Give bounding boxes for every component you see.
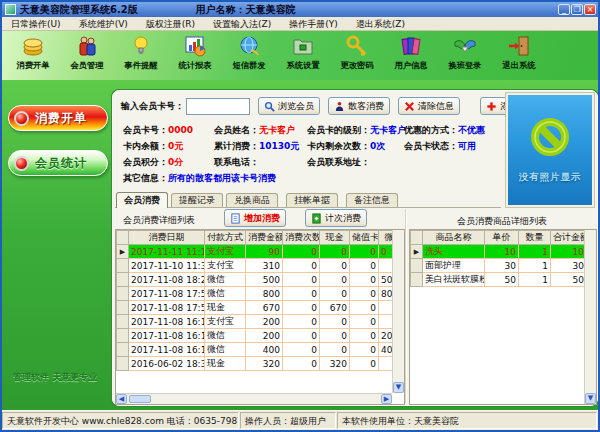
sidebar-consume-billing-button[interactable]: 消费开单 — [8, 105, 108, 131]
row-selector[interactable] — [117, 287, 129, 301]
toolbar-user-info[interactable]: 用户信息 — [384, 34, 438, 72]
menu-item-exit[interactable]: 退出系统(Z) — [347, 17, 414, 30]
row-selector[interactable] — [411, 273, 423, 287]
table-cell[interactable]: 微信 — [205, 343, 246, 357]
table-cell[interactable]: 现金 — [205, 301, 246, 315]
table-cell[interactable]: 0 — [320, 245, 350, 259]
row-selector[interactable] — [117, 343, 129, 357]
row-selector[interactable] — [117, 329, 129, 343]
table-cell[interactable]: 0 — [283, 287, 320, 301]
table-cell[interactable]: 洗头 — [423, 245, 485, 259]
table-row[interactable]: 2017-11-08 16:14:12微信400000400 — [117, 343, 393, 357]
toolbar-change-password[interactable]: 更改密码 — [330, 34, 384, 72]
table-cell[interactable]: 400 — [379, 343, 393, 357]
scroll-thumb[interactable] — [129, 395, 151, 403]
table-cell[interactable]: 0 — [350, 273, 379, 287]
table-cell[interactable]: 2017-11-08 18:20:15 — [129, 273, 205, 287]
table-cell[interactable]: 50 — [551, 273, 585, 287]
table-cell[interactable]: 30 — [485, 259, 519, 273]
table-cell[interactable]: 0 — [350, 329, 379, 343]
table-cell[interactable]: 2016-06-02 18:30:58 — [129, 357, 205, 371]
column-header[interactable]: 消费金额 — [246, 231, 283, 245]
table-cell[interactable]: 0 — [320, 273, 350, 287]
table-row[interactable]: 2017-11-08 18:20:15微信500000500 — [117, 273, 393, 287]
row-selector[interactable] — [117, 315, 129, 329]
row-selector[interactable] — [411, 259, 423, 273]
column-header[interactable]: 储值卡 — [350, 231, 379, 245]
table-cell[interactable]: 2017-11-08 16:14:24 — [129, 329, 205, 343]
table-cell[interactable]: 500 — [379, 273, 393, 287]
table-row[interactable]: 2016-06-02 18:30:58现金32003200 — [117, 357, 393, 371]
table-row[interactable]: 2017-11-10 11:35:54支付宝310000 — [117, 259, 393, 273]
count-consume-button[interactable]: 计次消费 — [305, 209, 367, 227]
sidebar-member-stats-button[interactable]: 会员统计 — [8, 150, 108, 176]
table-cell[interactable]: 0 — [350, 259, 379, 273]
minimize-button[interactable]: _ — [558, 4, 570, 15]
table-cell[interactable]: 2017-11-08 16:14:12 — [129, 343, 205, 357]
table-cell[interactable]: 0 — [320, 259, 350, 273]
menu-item-daily-ops[interactable]: 日常操作(U) — [2, 17, 70, 30]
table-cell[interactable]: 0 — [350, 301, 379, 315]
toolbar-sms-broadcast[interactable]: 短信群发 — [222, 34, 276, 72]
table-row[interactable]: 2017-11-08 16:14:33支付宝200000 — [117, 315, 393, 329]
scroll-left-icon[interactable]: ◀ — [116, 394, 127, 404]
table-cell[interactable]: 500 — [246, 273, 283, 287]
table-cell[interactable]: 0 — [283, 343, 320, 357]
table-cell[interactable]: 0 — [350, 343, 379, 357]
tab-member-consume[interactable]: 会员消费 — [116, 192, 168, 208]
row-selector[interactable]: ▶ — [117, 245, 129, 259]
table-cell[interactable]: 微信 — [205, 287, 246, 301]
table-cell[interactable]: 1 — [519, 259, 551, 273]
table-cell[interactable]: 10 — [551, 245, 585, 259]
table-cell[interactable]: 2017-11-11 11:10:59 — [129, 245, 205, 259]
table-cell[interactable]: 800 — [379, 287, 393, 301]
column-header[interactable]: 单价 — [485, 231, 519, 245]
table-cell[interactable]: 2017-11-08 16:14:33 — [129, 315, 205, 329]
browse-members-button[interactable]: 浏览会员 — [258, 97, 320, 115]
row-selector[interactable] — [117, 301, 129, 315]
table-cell[interactable] — [379, 315, 393, 329]
table-cell[interactable]: 670 — [246, 301, 283, 315]
scroll-down-icon[interactable]: ▼ — [585, 393, 596, 404]
column-header[interactable]: 商品名称 — [423, 231, 485, 245]
table-cell[interactable]: 微信 — [205, 273, 246, 287]
table-cell[interactable]: 0 — [350, 315, 379, 329]
table-cell[interactable]: 支付宝 — [205, 315, 246, 329]
menu-item-system-maintain[interactable]: 系统维护(V) — [70, 17, 137, 30]
table-cell[interactable]: 0 — [283, 245, 320, 259]
menu-item-input-method[interactable]: 设置输入法(Z) — [204, 17, 280, 30]
table-cell[interactable]: 50 — [485, 273, 519, 287]
maximize-button[interactable]: ❐ — [571, 4, 583, 15]
table-cell[interactable]: 支付宝 — [205, 245, 246, 259]
tab-remark-info[interactable]: 备注信息 — [346, 193, 398, 207]
table-cell[interactable]: 0 — [320, 287, 350, 301]
table-cell[interactable]: 200 — [246, 329, 283, 343]
table-cell[interactable]: 310 — [246, 259, 283, 273]
close-button[interactable]: × — [584, 4, 596, 15]
toolbar-consume-billing[interactable]: 消费开单 — [6, 34, 60, 72]
table-cell[interactable]: 0 — [283, 301, 320, 315]
table-cell[interactable]: 800 — [246, 287, 283, 301]
table-cell[interactable]: 微信 — [205, 329, 246, 343]
table-cell[interactable]: 现金 — [205, 357, 246, 371]
table-row[interactable]: 2017-11-08 17:57:49微信800000800 — [117, 287, 393, 301]
table-cell[interactable]: 670 — [320, 301, 350, 315]
toolbar-report-stats[interactable]: 统计报表 — [168, 34, 222, 72]
row-selector[interactable] — [117, 357, 129, 371]
table-cell[interactable]: 90 — [246, 245, 283, 259]
consume-table-hscrollbar[interactable]: ◀ ▶ — [116, 393, 392, 404]
table-row[interactable]: 2017-11-08 16:14:24微信200000200 — [117, 329, 393, 343]
column-header[interactable]: 现金 — [320, 231, 350, 245]
menu-item-copyright-register[interactable]: 版权注册(R) — [137, 17, 204, 30]
table-cell[interactable]: 10 — [485, 245, 519, 259]
table-cell[interactable]: 1 — [519, 273, 551, 287]
toolbar-member-manage[interactable]: 会员管理 — [60, 34, 114, 72]
table-cell[interactable]: 0 — [283, 273, 320, 287]
toolbar-shift-login[interactable]: 换班登录 — [438, 34, 492, 72]
column-header[interactable]: 微信 — [379, 231, 393, 245]
table-cell[interactable]: 200 — [379, 329, 393, 343]
table-cell[interactable]: 支付宝 — [205, 259, 246, 273]
table-cell[interactable]: 200 — [246, 315, 283, 329]
tab-exchange-goods[interactable]: 兑换商品 — [226, 193, 278, 207]
menu-item-manual[interactable]: 操作手册(Y) — [280, 17, 347, 30]
